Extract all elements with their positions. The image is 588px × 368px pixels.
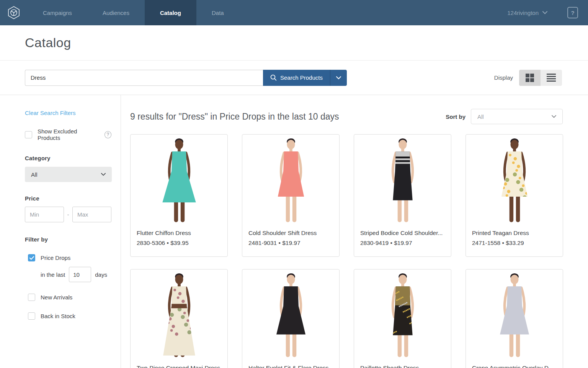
category-select[interactable]: All: [25, 167, 112, 182]
product-name: Cold Shoulder Shift Dress: [248, 230, 333, 237]
sort-group: Sort by All: [446, 109, 563, 124]
product-card[interactable]: Paillette Sheath Dress: [354, 269, 451, 368]
product-image: [137, 273, 221, 362]
display-toggle-group: Display: [494, 70, 562, 86]
price-separator: -: [64, 211, 72, 218]
product-image: [472, 138, 557, 227]
search-options-caret-button[interactable]: [330, 70, 347, 86]
sort-by-label: Sort by: [446, 113, 466, 120]
sort-selected-value: All: [477, 113, 484, 120]
results-panel: 9 results for "Dress" in Price Drops in …: [121, 95, 588, 368]
nav-item-audiences[interactable]: Audiences: [87, 0, 145, 25]
product-image: [248, 138, 333, 227]
chevron-down-icon: [552, 115, 556, 118]
product-sku-price: 2481-9031 • $19.97: [248, 240, 333, 246]
price-min-input[interactable]: [25, 207, 64, 222]
product-name: Printed Teagan Dress: [472, 230, 557, 237]
product-name: Flutter Chiffon Dress: [137, 230, 221, 237]
product-card[interactable]: Two-Piece Cropped Maxi Dress: [130, 269, 228, 368]
product-card[interactable]: Cold Shoulder Shift Dress 2481-9031 • $1…: [242, 134, 340, 257]
results-header-row: 9 results for "Dress" in Price Drops in …: [130, 109, 588, 124]
filter-new-arrivals-row: New Arrivals: [28, 294, 111, 301]
view-toggle: [519, 70, 562, 86]
price-label: Price: [25, 195, 111, 202]
new-arrivals-label: New Arrivals: [41, 294, 72, 301]
question-circle-icon[interactable]: ?: [105, 131, 111, 138]
product-name: Two-Piece Cropped Maxi Dress: [137, 365, 221, 368]
show-excluded-checkbox[interactable]: [25, 131, 32, 138]
product-name: Paillette Sheath Dress: [360, 365, 445, 368]
product-image: [248, 273, 333, 362]
nav-item-catalog[interactable]: Catalog: [145, 0, 196, 25]
back-in-stock-checkbox[interactable]: [28, 312, 35, 320]
product-image: [360, 138, 445, 227]
search-icon: [270, 74, 277, 81]
product-name: Halter Eyelet Fit & Flare Dress: [248, 365, 333, 368]
main-content: Clear Search Filters Show Excluded Produ…: [0, 95, 588, 368]
brand-logo-icon[interactable]: [0, 0, 28, 25]
filter-price-drops-row: Price Drops: [28, 254, 111, 261]
filter-by-label: Filter by: [25, 236, 111, 243]
list-icon: [547, 74, 556, 82]
grid-view-button[interactable]: [519, 70, 541, 86]
list-view-button[interactable]: [541, 70, 562, 86]
nav-item-campaigns[interactable]: Campaigns: [28, 0, 87, 25]
show-excluded-row: Show Excluded Products ?: [25, 128, 111, 141]
product-card[interactable]: Flutter Chiffon Dress 2830-5306 • $39.95: [130, 134, 228, 257]
product-sku-price: 2830-5306 • $39.95: [137, 240, 221, 246]
price-max-input[interactable]: [72, 207, 111, 222]
help-button[interactable]: ?: [567, 7, 578, 18]
product-image: [472, 273, 557, 362]
account-name: 124rivington: [507, 10, 539, 16]
product-sku-price: 2830-9419 • $19.97: [360, 240, 445, 246]
product-image: [360, 273, 445, 362]
top-navbar: Campaigns Audiences Catalog Data 124rivi…: [0, 0, 588, 25]
price-drops-days-row: in the last days: [41, 267, 111, 282]
sort-select[interactable]: All: [471, 109, 563, 124]
help-glyph: ?: [571, 10, 574, 16]
nav-right: 124rivington ?: [507, 0, 588, 25]
clear-search-filters-link[interactable]: Clear Search Filters: [25, 110, 76, 116]
new-arrivals-checkbox[interactable]: [28, 294, 35, 301]
product-card[interactable]: Printed Teagan Dress 2471-1558 • $33.29: [466, 134, 563, 257]
chevron-down-icon: [336, 76, 341, 79]
search-bar-section: Search Products Display: [0, 61, 588, 95]
product-image: [137, 138, 221, 227]
product-card[interactable]: Halter Eyelet Fit & Flare Dress: [242, 269, 340, 368]
product-name: Crepe Asymmetric Overlay D...: [472, 365, 557, 368]
product-sku-price: 2471-1558 • $33.29: [472, 240, 557, 246]
category-selected-value: All: [31, 171, 38, 178]
search-input[interactable]: [25, 70, 263, 86]
product-grid: Flutter Chiffon Dress 2830-5306 • $39.95…: [130, 134, 588, 368]
days-input[interactable]: [69, 267, 91, 282]
back-in-stock-label: Back in Stock: [41, 313, 75, 319]
grid-icon: [526, 74, 534, 82]
page-header: Catalog: [0, 25, 588, 61]
search-products-button[interactable]: Search Products: [263, 70, 330, 86]
account-menu[interactable]: 124rivington: [507, 10, 547, 16]
chevron-down-icon: [101, 173, 106, 176]
price-drops-checkbox[interactable]: [28, 254, 35, 261]
filters-sidebar: Clear Search Filters Show Excluded Produ…: [0, 95, 121, 368]
search-button-label: Search Products: [280, 74, 323, 81]
days-prefix: in the last: [41, 271, 65, 278]
product-card[interactable]: Crepe Asymmetric Overlay D...: [466, 269, 563, 368]
display-label: Display: [494, 74, 513, 81]
nav-items: Campaigns Audiences Catalog Data: [28, 0, 239, 25]
nav-item-data[interactable]: Data: [196, 0, 239, 25]
results-count-title: 9 results for "Dress" in Price Drops in …: [130, 112, 339, 122]
page-title: Catalog: [25, 35, 71, 50]
product-name: Striped Bodice Cold Shoulder...: [360, 230, 445, 237]
chevron-down-icon: [542, 11, 547, 14]
price-range-row: -: [25, 207, 111, 222]
days-suffix: days: [95, 271, 107, 278]
search-group: Search Products: [25, 70, 347, 86]
product-card[interactable]: Striped Bodice Cold Shoulder... 2830-941…: [354, 134, 451, 257]
filter-back-in-stock-row: Back in Stock: [28, 312, 111, 320]
show-excluded-label: Show Excluded Products: [38, 128, 98, 141]
category-label: Category: [25, 155, 111, 161]
price-drops-label: Price Drops: [41, 255, 70, 261]
